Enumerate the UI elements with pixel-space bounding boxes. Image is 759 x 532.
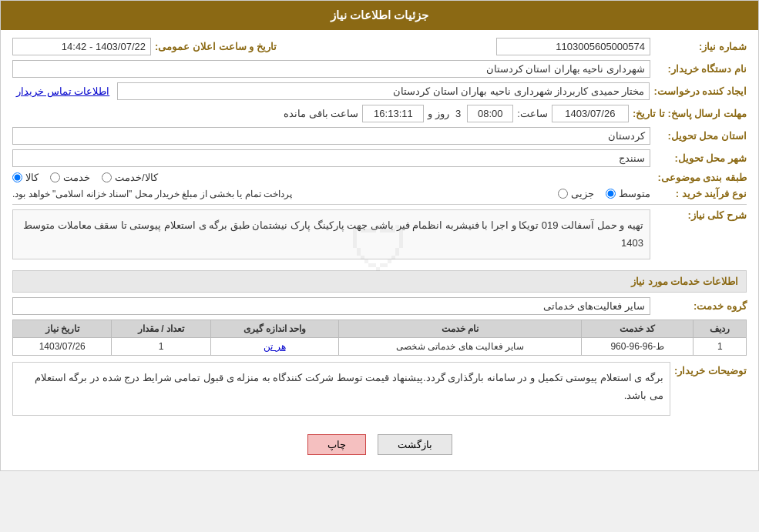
time-label: ساعت: [517,108,548,119]
category-kala-khadamat-radio[interactable] [102,172,112,182]
col-row-num: ردیف [694,320,747,337]
table-body: 1 ط-96-96-960 سایر فعالیت های خدماتی شخص… [13,337,747,355]
date-value: 1403/07/26 [552,105,629,122]
creator-row: ایجاد کننده درخواست: مختار حمیدی کاربردا… [12,82,747,100]
cell-date: 1403/07/26 [13,337,112,355]
print-button[interactable]: چاپ [307,434,366,455]
divider-1 [12,204,747,205]
category-khadamat-radio[interactable] [50,172,60,182]
remaining-value: 16:13:11 [362,105,424,122]
remaining-label: ساعت باقی مانده [284,108,358,119]
services-table: ردیف کد خدمت نام خدمت واحد اندازه گیری ت… [12,320,747,356]
buyer-org-value: شهرداری ناحیه بهاران استان کردستان [12,60,650,78]
description-value: تهیه و حمل آسفالت 019 تویکا و اجرا با فن… [12,209,650,259]
days-value: 3 [453,108,463,119]
cell-service-name: سایر فعالیت های خدماتی شخصی [339,337,582,355]
province-label: استان محل تحویل: [654,130,747,142]
creator-label: ایجاد کننده درخواست: [653,85,747,97]
send-date-row: مهلت ارسال پاسخ: تا تاریخ: 1403/07/26 سا… [12,105,747,122]
province-row: استان محل تحویل: کردستان [12,127,747,145]
service-group-row: گروه خدمت: سایر فعالیت‌های خدماتی [12,297,747,315]
category-option-kala: کالا [12,172,39,183]
announce-date-label: تاریخ و ساعت اعلان عمومی: [155,41,277,52]
cell-service-code: ط-96-96-960 [582,337,694,355]
process-motavasset-radio[interactable] [606,189,616,199]
buyer-notes-label: توضیحات خریدار: [674,362,747,376]
announce-date-value: 1403/07/22 - 14:42 [12,38,151,55]
category-label: طبقه بندی موضوعی: [654,172,747,183]
buyer-org-row: نام دستگاه خریدار: شهرداری ناحیه بهاران … [12,60,747,78]
buyer-org-label: نام دستگاه خریدار: [654,63,747,75]
col-service-code: کد خدمت [582,320,694,337]
province-value: کردستان [12,127,650,145]
category-option-khadamat: خدمت [50,172,90,183]
back-button[interactable]: بازگشت [378,434,452,455]
buttons-row: بازگشت چاپ [12,427,747,463]
table-row: 1 ط-96-96-960 سایر فعالیت های خدماتی شخص… [13,337,747,355]
service-group-value: سایر فعالیت‌های خدماتی [12,297,650,315]
category-radio-group: کالا/خدمت خدمت کالا [12,172,650,183]
time-value: 08:00 [467,105,513,122]
need-number-label: شماره نیاز: [654,41,747,52]
contact-link[interactable]: اطلاعات تماس خریدار [12,85,113,97]
services-table-container: ردیف کد خدمت نام خدمت واحد اندازه گیری ت… [12,320,747,356]
city-value: سنندج [12,149,650,167]
buyer-notes-value: برگه ی استعلام پیوستی تکمیل و در سامانه … [12,362,670,416]
category-kala-label: کالا [25,172,39,183]
cell-unit[interactable]: هر تن [210,337,338,355]
process-jozi-radio[interactable] [558,189,568,199]
process-option-motavassset: متوسط [606,188,650,199]
process-motavasset-label: متوسط [619,188,650,199]
category-kala-radio[interactable] [12,172,22,182]
col-date: تاریخ نیاز [13,320,112,337]
need-number-value: 1103005605000574 [496,38,650,55]
process-label: نوع فرآیند خرید : [654,188,747,199]
description-row: شرح کلی نیاز: تهیه و حمل آسفالت 019 تویک… [12,209,747,266]
creator-value: مختار حمیدی کاربرداز شهرداری ناحیه بهارا… [117,82,650,100]
category-row: طبقه بندی موضوعی: کالا/خدمت خدمت کالا [12,172,747,183]
city-label: شهر محل تحویل: [654,152,747,164]
cell-quantity: 1 [112,337,210,355]
page-header: جزئیات اطلاعات نیاز [1,1,758,30]
process-jozi-label: جزیی [571,188,594,199]
days-label: روز و [428,108,449,119]
services-section-title: اطلاعات خدمات مورد نیاز [12,270,747,293]
category-kala-khadamat-label: کالا/خدمت [115,172,158,183]
buyer-notes-row: توضیحات خریدار: برگه ی استعلام پیوستی تک… [12,362,747,422]
col-unit: واحد اندازه گیری [210,320,338,337]
need-number-row: شماره نیاز: 1103005605000574 تاریخ و ساع… [12,38,747,55]
category-khadamat-label: خدمت [63,172,90,183]
process-option-jozi: جزیی [558,188,594,199]
page-title: جزئیات اطلاعات نیاز [331,8,428,22]
process-note: پرداخت تمام یا بخشی از مبلغ خریدار محل "… [12,189,292,199]
description-label: شرح کلی نیاز: [654,209,747,221]
process-radio-group: متوسط جزیی [300,188,650,199]
service-group-label: گروه خدمت: [654,300,747,312]
city-row: شهر محل تحویل: سنندج [12,149,747,167]
col-service-name: نام خدمت [339,320,582,337]
send-date-label: مهلت ارسال پاسخ: تا تاریخ: [633,108,747,119]
col-quantity: تعداد / مقدار [112,320,210,337]
process-row: نوع فرآیند خرید : متوسط جزیی پرداخت تمام… [12,188,747,199]
category-option-kala-khadamat: کالا/خدمت [102,172,158,183]
cell-row-num: 1 [694,337,747,355]
table-header: ردیف کد خدمت نام خدمت واحد اندازه گیری ت… [13,320,747,337]
